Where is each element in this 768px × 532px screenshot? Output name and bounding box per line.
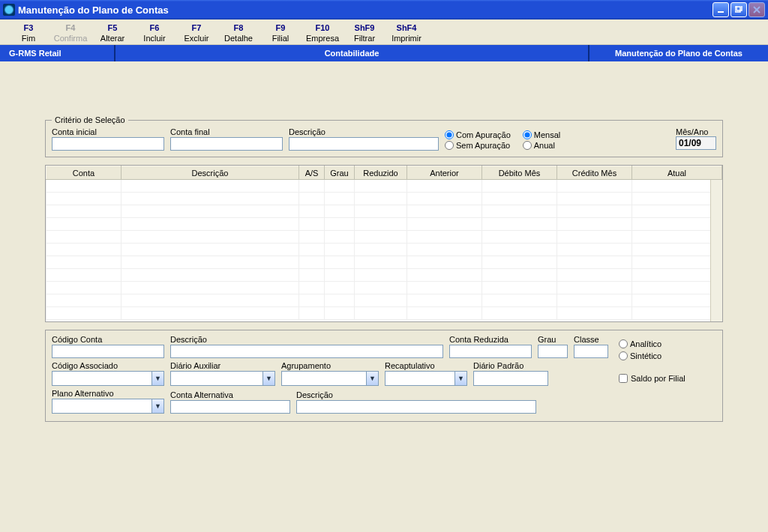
radio-analitico-input[interactable] — [619, 339, 628, 348]
menu-fkey: F8 — [218, 22, 260, 33]
descricao2-label: Descrição — [170, 335, 443, 344]
close-icon — [753, 6, 760, 13]
mes-ano: Mês/Ano 01/09 — [676, 127, 716, 150]
diario-padrao-input[interactable] — [473, 371, 548, 386]
diario-auxiliar-combo[interactable]: ▼ — [170, 371, 275, 386]
menu-imprimir[interactable]: ShF4Imprimir — [386, 21, 428, 44]
chevron-down-icon: ▼ — [454, 372, 466, 385]
menu-filtrar[interactable]: ShF9Filtrar — [344, 21, 386, 44]
radio-sem-apuracao-input[interactable] — [445, 141, 454, 150]
checkbox-saldo-filial-label: Saldo por Filial — [631, 374, 686, 383]
radio-sintetico-input[interactable] — [619, 351, 628, 360]
info-center: Contabilidade — [116, 45, 590, 61]
classe-input[interactable] — [574, 345, 608, 358]
radio-com-apuracao[interactable]: Com Apuração — [445, 130, 511, 139]
table-row[interactable] — [46, 307, 722, 320]
info-right: Manutenção do Plano de Contas — [590, 45, 768, 61]
radio-analitico[interactable]: Analítico — [619, 339, 716, 348]
conta-reduzida-input[interactable] — [449, 345, 532, 358]
grid-header-grau[interactable]: Grau — [325, 166, 355, 180]
table-row[interactable] — [46, 256, 722, 269]
grid-header-atual[interactable]: Atual — [632, 166, 722, 180]
minimize-button[interactable] — [712, 2, 729, 17]
menu-label: Fim — [8, 33, 50, 43]
recapitulativo-combo[interactable]: ▼ — [385, 371, 467, 386]
maximize-icon — [735, 6, 742, 13]
descricao2-input[interactable] — [170, 345, 443, 358]
recapitulativo-label: Recaptulativo — [385, 361, 467, 370]
radio-mensal-label: Mensal — [534, 130, 560, 139]
radio-anual[interactable]: Anual — [523, 141, 560, 150]
grid-header-conta[interactable]: Conta — [46, 166, 122, 180]
checkbox-saldo-filial[interactable]: Saldo por Filial — [619, 374, 716, 383]
menu-label: Excluir — [176, 33, 218, 43]
window-title: Manutenção do Plano de Contas — [18, 4, 712, 16]
menu-fkey: F5 — [92, 22, 134, 33]
radio-mensal[interactable]: Mensal — [523, 130, 560, 139]
minimize-icon — [717, 6, 724, 13]
table-row[interactable] — [46, 180, 722, 193]
table-row[interactable] — [46, 269, 722, 282]
table-row[interactable] — [46, 205, 722, 218]
classe-label: Classe — [574, 335, 608, 344]
table-row[interactable] — [46, 282, 722, 294]
menu-label: Incluir — [134, 33, 176, 43]
conta-reduzida-label: Conta Reduzida — [449, 335, 532, 344]
descricao-alt-label: Descrição — [296, 390, 536, 399]
conta-alternativa-label: Conta Alternativa — [170, 390, 290, 399]
radio-mensal-input[interactable] — [523, 130, 532, 139]
menu-alterar[interactable]: F5Alterar — [92, 21, 134, 44]
chevron-down-icon: ▼ — [366, 372, 378, 385]
grid-header-cr-dito-m-s[interactable]: Crédito Mês — [557, 166, 632, 180]
codigo-conta-input[interactable] — [52, 345, 164, 358]
codigo-associado-combo[interactable]: ▼ — [52, 371, 164, 386]
grid-header-descri-o[interactable]: Descrição — [122, 166, 299, 180]
menu-fkey: F4 — [50, 22, 92, 33]
menu-label: Detalhe — [218, 33, 260, 43]
plano-alternativo-combo[interactable]: ▼ — [52, 399, 164, 414]
menu-detalhe[interactable]: F8Detalhe — [218, 21, 260, 44]
table-row[interactable] — [46, 231, 722, 244]
mes-ano-value[interactable]: 01/09 — [676, 136, 716, 150]
menu-empresa[interactable]: F10Empresa — [302, 21, 344, 44]
menu-excluir[interactable]: F7Excluir — [176, 21, 218, 44]
table-row[interactable] — [46, 294, 722, 307]
checkbox-saldo-filial-input[interactable] — [619, 374, 628, 383]
close-button[interactable] — [748, 2, 765, 17]
maximize-button[interactable] — [730, 2, 747, 17]
criteria-fieldset: Critério de Seleção Conta inicial Conta … — [45, 115, 723, 157]
grau-input[interactable] — [538, 345, 568, 358]
info-left: G-RMS Retail — [0, 45, 116, 61]
radio-sem-apuracao[interactable]: Sem Apuração — [445, 141, 511, 150]
grid[interactable]: ContaDescriçãoA/SGrauReduzidoAnteriorDéb… — [45, 165, 723, 322]
table-row[interactable] — [46, 193, 722, 205]
periodo-group: Mensal Anual — [523, 129, 560, 150]
menu-filial[interactable]: F9Filial — [260, 21, 302, 44]
menu-confirma: F4Confirma — [50, 21, 92, 44]
table-row[interactable] — [46, 218, 722, 231]
grid-header-anterior[interactable]: Anterior — [407, 166, 482, 180]
conta-final-input[interactable] — [170, 137, 283, 151]
radio-anual-input[interactable] — [523, 141, 532, 150]
menu-fkey: F6 — [134, 22, 176, 33]
conta-inicial-input[interactable] — [52, 137, 164, 151]
grid-scrollbar[interactable] — [710, 180, 722, 321]
radio-com-apuracao-input[interactable] — [445, 130, 454, 139]
grid-header-a-s[interactable]: A/S — [299, 166, 325, 180]
menu-fim[interactable]: F3Fim — [8, 21, 50, 44]
agrupamento-combo[interactable]: ▼ — [281, 371, 379, 386]
grid-header-d-bito-m-s[interactable]: Débito Mês — [482, 166, 557, 180]
table-row[interactable] — [46, 244, 722, 256]
descricao-label: Descrição — [289, 127, 439, 136]
menu-fkey: F10 — [302, 22, 344, 33]
radio-sintetico[interactable]: Sintético — [619, 351, 716, 360]
menu-incluir[interactable]: F6Incluir — [134, 21, 176, 44]
menu-fkey: F7 — [176, 22, 218, 33]
radio-analitico-label: Analítico — [630, 339, 662, 348]
descricao-input[interactable] — [289, 137, 439, 151]
descricao-alt-input[interactable] — [296, 400, 536, 414]
menu-fkey: ShF9 — [344, 22, 386, 33]
grid-header-reduzido[interactable]: Reduzido — [355, 166, 407, 180]
grau-label: Grau — [538, 335, 568, 344]
conta-alternativa-input[interactable] — [170, 400, 290, 414]
